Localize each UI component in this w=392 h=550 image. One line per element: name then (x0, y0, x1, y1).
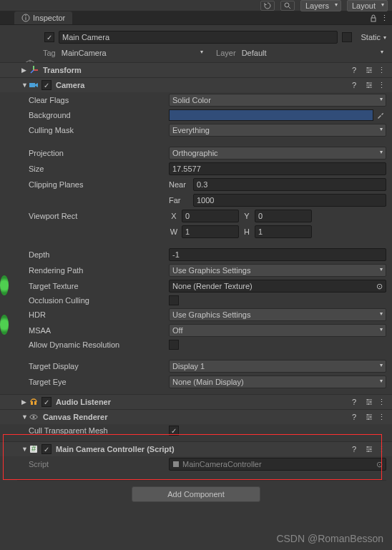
svg-point-14 (368, 72, 369, 73)
static-label: Static▾ (361, 33, 386, 41)
clear-flags-dropdown[interactable]: Solid Color (169, 94, 386, 107)
viewport-y-input[interactable] (255, 210, 312, 222)
viewport-h-input[interactable] (255, 225, 312, 238)
kebab-icon[interactable]: ⋮ (376, 445, 386, 454)
layer-dropdown[interactable]: Default (239, 48, 386, 58)
preset-icon[interactable] (363, 413, 373, 421)
layers-dropdown[interactable]: Layers (300, 0, 341, 11)
tab-inspector[interactable]: Inspector (14, 11, 72, 24)
background-color-field[interactable] (169, 109, 373, 121)
cull-transparent-checkbox[interactable] (169, 426, 179, 436)
preset-icon[interactable] (363, 445, 373, 453)
far-label: Far (169, 196, 190, 205)
editor-topbar: Layers Layout (0, 0, 392, 11)
component-title: Transform (43, 66, 82, 74)
menu-icon[interactable]: ⋮ (381, 14, 388, 23)
info-icon (21, 14, 30, 22)
target-eye-dropdown[interactable]: None (Main Display) (169, 375, 386, 388)
layout-dropdown[interactable]: Layout (347, 0, 388, 11)
target-texture-field[interactable]: None (Render Texture)⊙ (169, 280, 386, 293)
component-title: Main Camera Controller (Script) (56, 445, 175, 453)
tag-layer-row: Tag MainCamera Layer Default (0, 46, 392, 62)
gameobject-name-input[interactable] (59, 31, 338, 44)
target-display-label: Target Display (29, 362, 169, 370)
component-title: Audio Listener (56, 398, 111, 406)
object-picker-icon[interactable]: ⊙ (376, 460, 383, 469)
foldout-icon[interactable]: ▶ (21, 398, 26, 406)
svg-point-29 (368, 403, 369, 405)
kebab-icon[interactable]: ⋮ (376, 413, 386, 422)
help-icon[interactable]: ? (351, 66, 361, 74)
component-camera-header[interactable]: ▼ Camera ? ⋮ (0, 77, 392, 92)
component-audio-listener-header[interactable]: ▶ Audio Listener ? ⋮ (0, 394, 392, 409)
msaa-dropdown[interactable]: Off (169, 324, 386, 337)
preset-icon[interactable] (363, 398, 373, 406)
scene-gizmo-blob (0, 275, 9, 295)
foldout-icon[interactable]: ▶ (21, 67, 26, 74)
help-icon[interactable]: ? (351, 413, 361, 421)
occlusion-culling-checkbox[interactable] (169, 295, 179, 305)
script-file-icon (172, 461, 180, 468)
culling-mask-label: Culling Mask (29, 126, 169, 134)
watermark-text: CSDN @RomanBesson (276, 533, 383, 544)
rendering-path-dropdown[interactable]: Use Graphics Settings (169, 264, 386, 277)
svg-point-44 (370, 448, 371, 450)
near-input[interactable] (193, 178, 386, 191)
preset-icon[interactable] (363, 66, 373, 74)
tag-dropdown[interactable]: MainCamera (59, 48, 206, 58)
foldout-icon[interactable]: ▼ (21, 82, 28, 89)
svg-point-20 (370, 84, 371, 86)
kebab-icon[interactable]: ⋮ (376, 66, 386, 75)
foldout-icon[interactable]: ▼ (21, 446, 28, 453)
svg-point-19 (367, 82, 368, 84)
svg-point-0 (285, 3, 289, 7)
dynamic-resolution-checkbox[interactable] (169, 340, 179, 350)
target-eye-label: Target Eye (29, 378, 169, 386)
target-texture-label: Target Texture (29, 282, 169, 290)
help-icon[interactable]: ? (351, 81, 361, 89)
component-enabled-checkbox[interactable] (41, 444, 52, 454)
viewport-x-input[interactable] (182, 210, 239, 222)
component-enabled-checkbox[interactable] (41, 80, 52, 90)
script-field-label: Script (29, 460, 169, 468)
background-label: Background (29, 111, 169, 119)
help-icon[interactable]: ? (351, 445, 361, 453)
gameobject-active-checkbox[interactable] (44, 32, 54, 42)
add-component-button[interactable]: Add Component (132, 486, 260, 502)
object-picker-icon[interactable]: ⊙ (376, 282, 383, 291)
script-object-field: MainCameraController⊙ (169, 458, 386, 471)
component-canvas-renderer-header[interactable]: ▼ Canvas Renderer ? ⋮ (0, 409, 392, 424)
script-icon: # (29, 444, 39, 454)
foldout-icon[interactable]: ▼ (21, 413, 28, 421)
component-transform-header[interactable]: ▶ Transform ? ⋮ (0, 62, 392, 77)
undo-history-icon[interactable] (260, 1, 275, 11)
preset-icon[interactable] (363, 81, 373, 89)
audio-listener-icon (29, 397, 39, 407)
gameobject-header: Static▾ (0, 25, 392, 46)
svg-point-36 (370, 416, 371, 418)
svg-line-8 (31, 70, 34, 73)
size-input[interactable] (169, 162, 386, 175)
tab-label: Inspector (33, 14, 65, 22)
viewport-w-input[interactable] (182, 225, 239, 238)
svg-point-45 (368, 451, 369, 452)
hdr-dropdown[interactable]: Use Graphics Settings (169, 308, 386, 321)
target-display-dropdown[interactable]: Display 1 (169, 360, 386, 373)
help-icon[interactable]: ? (351, 398, 361, 406)
lock-icon[interactable] (369, 14, 378, 23)
camera-icon (29, 80, 39, 90)
component-title: Camera (56, 81, 84, 89)
static-checkbox[interactable] (342, 32, 352, 42)
kebab-icon[interactable]: ⋮ (376, 398, 386, 407)
projection-dropdown[interactable]: Orthographic (169, 147, 386, 159)
depth-input[interactable] (169, 248, 386, 261)
component-script-header[interactable]: ▼ # Main Camera Controller (Script) ? ⋮ (0, 441, 392, 456)
hdr-label: HDR (29, 310, 169, 319)
kebab-icon[interactable]: ⋮ (376, 81, 386, 90)
svg-point-43 (367, 446, 368, 448)
culling-mask-dropdown[interactable]: Everything (169, 124, 386, 137)
search-icon[interactable] (280, 1, 295, 11)
svg-point-37 (368, 418, 369, 420)
far-input[interactable] (193, 194, 386, 207)
component-enabled-checkbox[interactable] (41, 397, 52, 407)
